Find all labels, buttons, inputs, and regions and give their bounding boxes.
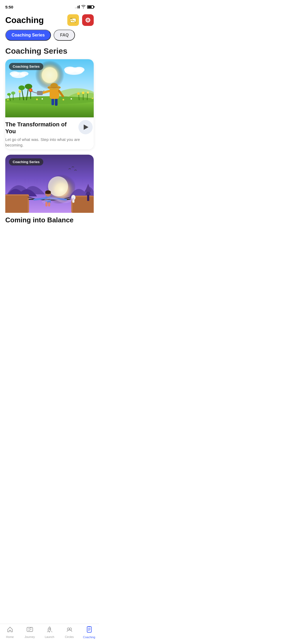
card-1: Coaching Series The Transformation of Yo…: [5, 59, 94, 149]
svg-rect-63: [73, 197, 94, 213]
svg-point-55: [92, 98, 93, 99]
card-2-badge: Coaching Series: [9, 158, 43, 165]
signal-icon: [75, 5, 80, 8]
svg-point-8: [88, 20, 88, 21]
svg-text:▶▶: ▶▶: [70, 17, 73, 19]
svg-rect-40: [37, 91, 43, 95]
faq-tab[interactable]: FAQ: [54, 30, 75, 41]
svg-point-14: [74, 67, 84, 73]
svg-line-73: [34, 198, 45, 200]
card-1-title-row: The Transformation of You: [5, 121, 94, 135]
cards-container: Coaching Series The Transformation of Yo…: [0, 59, 99, 155]
svg-point-16: [10, 71, 19, 76]
gallery-button[interactable]: ▶▶: [67, 14, 79, 26]
card-1-desc: Let go of what was. Step into what you a…: [5, 137, 94, 148]
card-2: Coaching Series Coming into Balance: [5, 155, 94, 225]
play-button-1[interactable]: [78, 120, 93, 134]
svg-rect-37: [55, 98, 58, 106]
tab-pills: Coaching Series FAQ: [0, 28, 99, 45]
status-time: 5:50: [5, 5, 13, 9]
svg-point-35: [77, 92, 80, 95]
svg-rect-71: [48, 202, 50, 206]
play-icon: [84, 125, 88, 130]
card-1-image: Coaching Series: [5, 59, 94, 117]
svg-point-54: [71, 98, 72, 100]
svg-point-51: [36, 99, 38, 100]
svg-rect-61: [5, 196, 28, 213]
svg-point-50: [30, 89, 32, 91]
page-header: Coaching ▶▶: [0, 12, 99, 28]
svg-point-56: [7, 99, 9, 100]
coaching-series-tab[interactable]: Coaching Series: [5, 30, 51, 41]
status-bar: 5:50: [0, 0, 99, 12]
svg-point-33: [87, 91, 89, 94]
status-icons: [75, 5, 94, 9]
page-title: Coaching: [5, 15, 44, 25]
svg-point-17: [20, 72, 29, 76]
svg-point-59: [48, 176, 68, 196]
svg-point-53: [63, 99, 64, 100]
main-content: Coaching Series: [0, 45, 99, 252]
card-2-image: Coaching Series: [5, 155, 94, 213]
svg-point-52: [42, 98, 43, 100]
svg-rect-70: [45, 202, 48, 206]
wifi-icon: [81, 5, 86, 9]
card-2-title: Coming into Balance: [5, 216, 94, 224]
svg-point-25: [18, 90, 21, 93]
svg-rect-36: [51, 98, 54, 105]
svg-point-28: [18, 85, 25, 90]
svg-point-29: [25, 84, 32, 89]
record-button[interactable]: [82, 14, 94, 26]
svg-point-27: [7, 93, 11, 96]
svg-point-11: [42, 67, 58, 83]
card-2-title-area: Coming into Balance: [5, 213, 94, 225]
svg-point-76: [45, 190, 51, 194]
header-action-icons: ▶▶: [67, 14, 94, 26]
svg-point-21: [5, 96, 94, 104]
svg-point-23: [11, 91, 15, 95]
battery-icon: [87, 5, 94, 9]
card-1-badge: Coaching Series: [9, 63, 43, 70]
section-title: Coaching Series: [0, 45, 99, 59]
card-1-title: The Transformation of You: [5, 121, 78, 135]
card-1-info: The Transformation of You Let go of what…: [5, 117, 94, 149]
svg-point-31: [82, 91, 84, 94]
